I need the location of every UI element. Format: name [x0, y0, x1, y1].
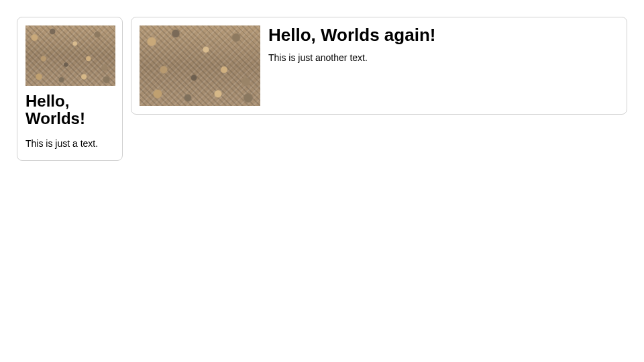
card-body: This is just a text.: [25, 137, 114, 149]
card-vertical: Hello, Worlds! This is just a text.: [17, 17, 123, 161]
card-title: Hello, Worlds again!: [268, 25, 619, 45]
card-body: This is just another text.: [268, 52, 619, 64]
firewood-image: [140, 25, 260, 106]
card-title: Hello, Worlds!: [25, 93, 114, 128]
card-horizontal: Hello, Worlds again! This is just anothe…: [131, 17, 627, 115]
card-content: Hello, Worlds again! This is just anothe…: [268, 25, 619, 106]
firewood-image: [25, 25, 115, 86]
